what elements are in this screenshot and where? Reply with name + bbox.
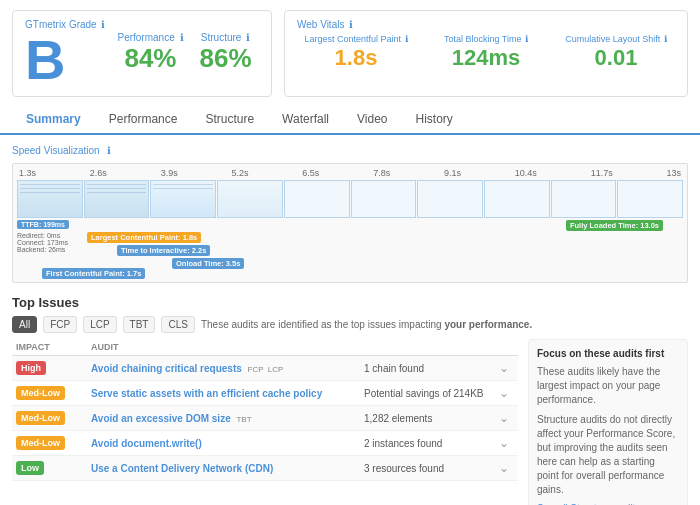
focus-box-text2: Structure audits do not directly affect …: [537, 413, 679, 497]
table-row: Med-Low Avoid an excessive DOM size TBT …: [12, 406, 518, 431]
chevron-icon-4[interactable]: ⌄: [494, 436, 514, 450]
frame-9: [551, 180, 617, 218]
structure-metric: Structure ℹ 86%: [200, 32, 252, 74]
performance-metric: Performance ℹ 84%: [117, 32, 183, 74]
performance-label: Performance ℹ: [117, 32, 183, 43]
gtmetrix-grade-box: GTmetrix Grade ℹ B Performance ℹ 84% Str…: [12, 10, 272, 97]
table-row: Med-Low Serve static assets with an effi…: [12, 381, 518, 406]
frame-2: [84, 180, 150, 218]
cls-label: Cumulative Layout Shift ℹ: [557, 34, 675, 44]
tab-video[interactable]: Video: [343, 105, 401, 135]
speed-viz-title: Speed Visualization ℹ: [12, 143, 688, 157]
lcp-label: Largest Contentful Paint ℹ: [297, 34, 415, 44]
speed-viz-info-icon[interactable]: ℹ: [107, 145, 111, 156]
filter-all[interactable]: All: [12, 316, 37, 333]
frame-4: [217, 180, 283, 218]
frame-6: [351, 180, 417, 218]
impact-med-low-4: Med-Low: [16, 436, 91, 450]
speed-viz-section: Speed Visualization ℹ 1.3s 2.6s 3.9s 5.2…: [0, 135, 700, 291]
frame-5: [284, 180, 350, 218]
impact-med-low-3: Med-Low: [16, 411, 91, 425]
tbt-info-icon[interactable]: ℹ: [525, 34, 528, 44]
issue-finding-3: 1,282 elements: [364, 413, 494, 424]
web-vitals-title: Web Vitals ℹ: [297, 19, 675, 30]
speed-visualization: 1.3s 2.6s 3.9s 5.2s 6.5s 7.8s 9.1s 10.4s…: [12, 163, 688, 283]
tab-performance[interactable]: Performance: [95, 105, 192, 135]
issue-finding-1: 1 chain found: [364, 363, 494, 374]
perf-info-icon[interactable]: ℹ: [180, 32, 184, 43]
lcp-value: 1.8s: [297, 44, 415, 73]
impact-low-5: Low: [16, 461, 91, 475]
frame-10: [617, 180, 683, 218]
lcp-info-icon[interactable]: ℹ: [405, 34, 408, 44]
tbt-label: Total Blocking Time ℹ: [427, 34, 545, 44]
issue-name-1: Avoid chaining critical requests FCP LCP: [91, 363, 364, 374]
tab-summary[interactable]: Summary: [12, 105, 95, 135]
ttfb-annotation: TTFB: 199ms: [17, 220, 69, 229]
chevron-icon-3[interactable]: ⌄: [494, 411, 514, 425]
top-issues-title: Top Issues: [12, 295, 688, 310]
issues-layout: IMPACT AUDIT High Avoid chaining critica…: [12, 339, 688, 505]
filter-fcp[interactable]: FCP: [43, 316, 77, 333]
issues-table: IMPACT AUDIT High Avoid chaining critica…: [12, 339, 518, 505]
grade-letter: B: [25, 32, 105, 88]
onload-annotation: Onload Time: 3.5s: [172, 258, 244, 269]
ttfb-sub-info: Redirect: 0msConnect: 173msBackend: 26ms: [17, 232, 68, 253]
table-row: Med-Low Avoid document.write() 2 instanc…: [12, 431, 518, 456]
tabs-bar: Summary Performance Structure Waterfall …: [0, 105, 700, 135]
chevron-icon-2[interactable]: ⌄: [494, 386, 514, 400]
time-ruler: 1.3s 2.6s 3.9s 5.2s 6.5s 7.8s 9.1s 10.4s…: [17, 168, 683, 178]
grade-column: GTmetrix Grade ℹ B: [25, 19, 105, 88]
cls-metric: Cumulative Layout Shift ℹ 0.01: [557, 34, 675, 73]
impact-high: High: [16, 361, 91, 375]
performance-value: 84%: [117, 43, 183, 74]
frame-7: [417, 180, 483, 218]
frames-row: [17, 180, 683, 218]
fully-loaded-annotation: Fully Loaded Time: 13.0s: [566, 220, 663, 231]
chevron-icon-5[interactable]: ⌄: [494, 461, 514, 475]
grade-metrics: Performance ℹ 84% Structure ℹ 86%: [117, 32, 251, 74]
tti-annotation: Time to Interactive: 2.2s: [117, 245, 210, 256]
web-vitals-info-icon[interactable]: ℹ: [349, 19, 353, 30]
issue-name-4: Avoid document.write(): [91, 438, 364, 449]
gtmetrix-info-icon[interactable]: ℹ: [101, 19, 105, 30]
impact-med-low-2: Med-Low: [16, 386, 91, 400]
issue-name-2: Serve static assets with an efficient ca…: [91, 388, 364, 399]
table-row: High Avoid chaining critical requests FC…: [12, 356, 518, 381]
focus-box: Focus on these audits first These audits…: [528, 339, 688, 505]
frame-8: [484, 180, 550, 218]
filter-cls[interactable]: CLS: [161, 316, 194, 333]
fcp-annotation: First Contentful Paint: 1.7s: [42, 268, 145, 279]
issue-name-5: Use a Content Delivery Network (CDN): [91, 463, 364, 474]
tab-waterfall[interactable]: Waterfall: [268, 105, 343, 135]
cls-info-icon[interactable]: ℹ: [664, 34, 667, 44]
focus-box-title: Focus on these audits first: [537, 348, 679, 359]
frame-1: [17, 180, 83, 218]
filter-lcp[interactable]: LCP: [83, 316, 116, 333]
filter-description: These audits are identified as the top i…: [201, 319, 532, 330]
web-vitals-metrics: Largest Contentful Paint ℹ 1.8s Total Bl…: [297, 34, 675, 73]
filter-tbt[interactable]: TBT: [123, 316, 156, 333]
filter-row: All FCP LCP TBT CLS These audits are ide…: [12, 316, 688, 333]
issue-finding-2: Potential savings of 214KB: [364, 388, 494, 399]
lcp-annotation: Largest Contentful Paint: 1.8s: [87, 232, 201, 243]
structure-value: 86%: [200, 43, 252, 74]
cls-value: 0.01: [557, 44, 675, 73]
tab-history[interactable]: History: [401, 105, 466, 135]
annotations: TTFB: 199ms Largest Contentful Paint: 1.…: [17, 220, 683, 278]
tbt-value: 124ms: [427, 44, 545, 73]
focus-box-text1: These audits likely have the largest imp…: [537, 365, 679, 407]
lcp-metric: Largest Contentful Paint ℹ 1.8s: [297, 34, 415, 73]
table-row: Low Use a Content Delivery Network (CDN)…: [12, 456, 518, 481]
issue-finding-5: 3 resources found: [364, 463, 494, 474]
tbt-metric: Total Blocking Time ℹ 124ms: [427, 34, 545, 73]
chevron-icon-1[interactable]: ⌄: [494, 361, 514, 375]
tab-structure[interactable]: Structure: [191, 105, 268, 135]
issue-finding-4: 2 instances found: [364, 438, 494, 449]
header-section: GTmetrix Grade ℹ B Performance ℹ 84% Str…: [0, 0, 700, 105]
web-vitals-box: Web Vitals ℹ Largest Contentful Paint ℹ …: [284, 10, 688, 97]
struct-info-icon[interactable]: ℹ: [246, 32, 250, 43]
top-issues-section: Top Issues All FCP LCP TBT CLS These aud…: [0, 291, 700, 505]
issue-name-3: Avoid an excessive DOM size TBT: [91, 413, 364, 424]
structure-label: Structure ℹ: [200, 32, 252, 43]
